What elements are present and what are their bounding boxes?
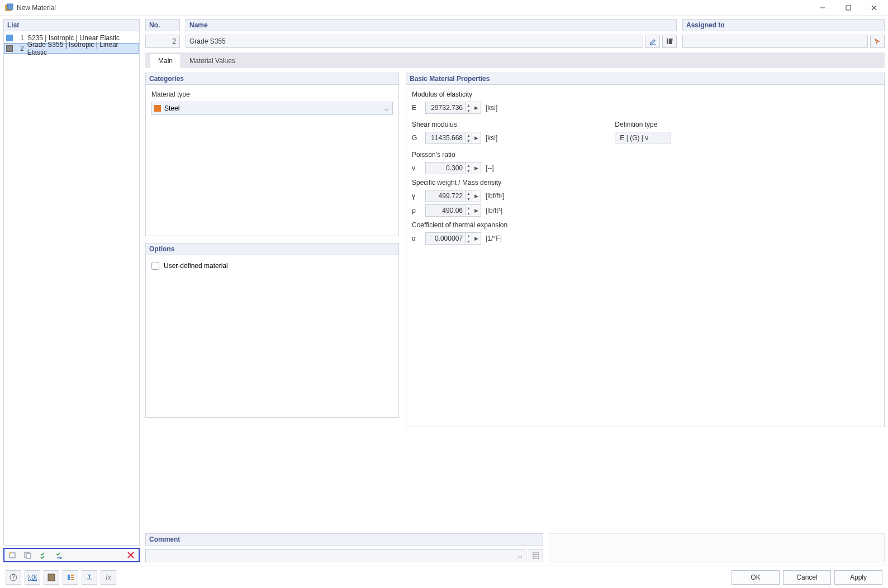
window-minimize-button[interactable] <box>810 0 835 16</box>
basic-properties-group: Basic Material Properties Modulus of ela… <box>406 73 885 427</box>
E-input[interactable] <box>425 102 466 114</box>
definition-type-label: Definition type <box>615 121 671 128</box>
nu-symbol: ν <box>412 164 421 172</box>
delete-item-button[interactable] <box>125 549 137 561</box>
assigned-header: Assigned to <box>682 19 885 31</box>
assigned-input[interactable] <box>682 35 868 48</box>
tab-main[interactable]: Main <box>150 54 181 68</box>
comment-side-panel <box>549 533 885 562</box>
spinner-icon[interactable]: ▲▼ <box>466 190 472 202</box>
picker-icon[interactable]: ▶ <box>472 204 481 217</box>
help-button[interactable]: ? <box>6 570 21 585</box>
units-button[interactable]: 0,00 <box>25 570 40 585</box>
color-button[interactable] <box>44 570 59 585</box>
nu-unit: [--] <box>486 164 494 172</box>
svg-rect-23 <box>48 574 55 581</box>
poisson-label: Poisson's ratio <box>412 151 878 159</box>
apply-button[interactable]: Apply <box>834 570 882 585</box>
name-input[interactable] <box>186 35 643 48</box>
list-panel: List 1 S235 | Isotropic | Linear Elastic… <box>3 19 140 562</box>
spinner-icon[interactable]: ▲▼ <box>466 132 472 144</box>
elasticity-label: Modulus of elasticity <box>412 90 878 98</box>
picker-icon[interactable]: ▶ <box>472 102 481 114</box>
picker-icon[interactable]: ▶ <box>472 132 481 144</box>
reorder-button[interactable] <box>53 549 65 561</box>
checkbox-icon[interactable] <box>151 262 159 270</box>
svg-text:fx: fx <box>106 573 111 581</box>
svg-rect-3 <box>846 6 851 10</box>
shear-label: Shear modulus <box>412 121 497 128</box>
edit-name-button[interactable] <box>645 35 660 48</box>
nu-input[interactable] <box>425 162 466 174</box>
svg-point-30 <box>88 574 91 576</box>
name-field-block: Name <box>186 19 677 48</box>
tab-material-values[interactable]: Material Values <box>181 54 244 68</box>
list-header: List <box>3 19 140 31</box>
material-type-combo[interactable]: Steel ⌵ <box>151 102 393 115</box>
user-defined-label: User-defined material <box>164 262 228 270</box>
spinner-icon[interactable]: ▲▼ <box>466 162 472 174</box>
gamma-input[interactable] <box>425 190 466 202</box>
options-header: Options <box>145 243 399 255</box>
function-button[interactable]: fx <box>101 570 116 585</box>
gamma-symbol: γ <box>412 192 421 200</box>
comment-combo[interactable]: ⌵ <box>145 549 526 562</box>
svg-text:0,00: 0,00 <box>28 573 37 581</box>
copy-item-button[interactable] <box>22 549 34 561</box>
list-item[interactable]: 2 Grade S355 | Isotropic | Linear Elasti… <box>4 43 139 54</box>
dialog-footer: ? 0,00 fx OK Cancel Apply <box>0 566 888 588</box>
E-unit: [ksi] <box>486 104 497 112</box>
alpha-input[interactable] <box>425 232 466 245</box>
svg-rect-17 <box>533 553 539 558</box>
spinner-icon[interactable]: ▲▼ <box>466 102 472 114</box>
alpha-unit: [1/°F] <box>486 235 502 242</box>
pick-assigned-button[interactable] <box>870 35 885 48</box>
library-name-button[interactable] <box>662 35 677 48</box>
rho-symbol: ρ <box>412 207 421 214</box>
comment-block: Comment ⌵ <box>145 533 543 562</box>
svg-rect-9 <box>26 553 31 558</box>
list-item-number: 1 <box>16 34 24 42</box>
cancel-button[interactable]: Cancel <box>783 570 831 585</box>
rho-unit: [lb/ft³] <box>486 207 502 214</box>
categories-group: Categories Material type Steel ⌵ <box>145 73 399 236</box>
picker-icon[interactable]: ▶ <box>472 190 481 202</box>
svg-rect-1 <box>7 4 13 9</box>
chevron-down-icon: ⌵ <box>516 552 524 560</box>
picker-icon[interactable]: ▶ <box>472 162 481 174</box>
number-field-block: No. <box>145 19 180 48</box>
rho-input[interactable] <box>425 204 466 217</box>
window-maximize-button[interactable] <box>835 0 861 16</box>
list-toolbar <box>3 548 140 562</box>
E-symbol: E <box>412 104 421 112</box>
svg-rect-24 <box>68 575 70 580</box>
number-input[interactable] <box>145 35 180 48</box>
options-group: Options User-defined material <box>145 243 399 418</box>
check-all-button[interactable] <box>37 549 50 561</box>
ok-button[interactable]: OK <box>732 570 780 585</box>
basic-properties-header: Basic Material Properties <box>406 73 885 85</box>
definition-type-value: E | (G) | ν <box>615 132 671 144</box>
window-close-button[interactable] <box>861 0 887 16</box>
picker-icon[interactable]: ▶ <box>472 232 481 245</box>
spinner-icon[interactable]: ▲▼ <box>466 204 472 217</box>
app-icon <box>4 3 13 12</box>
steel-swatch-icon <box>154 105 161 112</box>
G-input[interactable] <box>425 132 466 144</box>
svg-point-7 <box>9 552 11 554</box>
G-unit: [ksi] <box>486 134 497 142</box>
comment-pick-button[interactable] <box>529 549 543 562</box>
svg-rect-13 <box>667 39 668 44</box>
material-list[interactable]: 1 S235 | Isotropic | Linear Elastic 2 Gr… <box>3 31 140 546</box>
categories-header: Categories <box>145 73 399 85</box>
material-type-label: Material type <box>151 90 393 98</box>
spinner-icon[interactable]: ▲▼ <box>466 232 472 245</box>
properties-button[interactable] <box>63 570 78 585</box>
preview-button[interactable] <box>82 570 97 585</box>
tab-bar: Main Material Values <box>145 52 885 68</box>
new-item-button[interactable] <box>6 549 18 561</box>
alpha-symbol: α <box>412 235 421 242</box>
chevron-down-icon: ⌵ <box>382 104 390 112</box>
user-defined-checkbox-row[interactable]: User-defined material <box>151 262 393 270</box>
list-item-label: Grade S355 | Isotropic | Linear Elastic <box>27 41 137 56</box>
